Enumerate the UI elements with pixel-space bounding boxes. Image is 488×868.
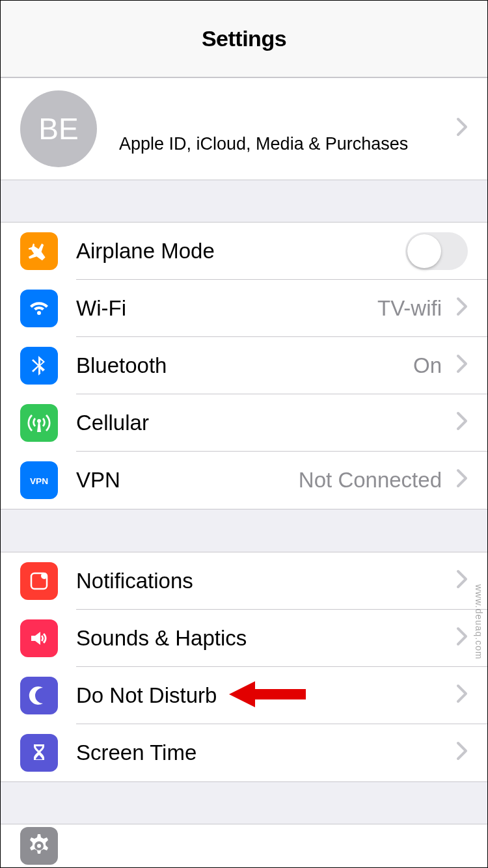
notifications-section: Notifications Sounds & Haptics Do Not Di… — [1, 552, 487, 782]
section-gap — [1, 782, 487, 824]
chevron-right-icon — [456, 117, 468, 141]
chevron-right-icon — [456, 354, 468, 377]
airplane-toggle[interactable] — [405, 232, 468, 270]
chevron-right-icon — [456, 297, 468, 320]
wifi-row[interactable]: Wi-Fi TV-wifi — [1, 280, 487, 337]
chevron-right-icon — [456, 684, 468, 707]
notifications-icon — [20, 562, 58, 600]
notifications-row[interactable]: Notifications — [1, 552, 487, 610]
airplane-mode-row[interactable]: Airplane Mode — [1, 223, 487, 280]
bluetooth-label: Bluetooth — [76, 353, 413, 378]
wifi-detail: TV-wifi — [377, 296, 442, 321]
svg-point-2 — [41, 573, 47, 579]
navbar: Settings — [1, 1, 487, 77]
chevron-right-icon — [456, 627, 468, 650]
section-gap — [1, 180, 487, 222]
chevron-right-icon — [456, 468, 468, 492]
page-title: Settings — [202, 26, 286, 51]
screen-time-row[interactable]: Screen Time — [1, 724, 487, 781]
apple-id-row[interactable]: BE Apple ID, iCloud, Media & Purchases — [1, 78, 487, 180]
dnd-label: Do Not Disturb — [76, 683, 448, 708]
airplane-label: Airplane Mode — [76, 239, 405, 264]
wifi-label: Wi-Fi — [76, 296, 377, 321]
gear-icon — [20, 827, 58, 865]
antenna-icon — [20, 404, 58, 442]
vpn-icon: VPN — [20, 461, 58, 499]
do-not-disturb-row[interactable]: Do Not Disturb — [1, 667, 487, 724]
cellular-label: Cellular — [76, 411, 448, 435]
general-row[interactable] — [1, 824, 487, 867]
vpn-detail: Not Connected — [299, 468, 442, 493]
chevron-right-icon — [456, 569, 468, 593]
hourglass-icon — [20, 734, 58, 772]
sounds-label: Sounds & Haptics — [76, 626, 448, 651]
cellular-row[interactable]: Cellular — [1, 394, 487, 452]
vpn-row[interactable]: VPN VPN Not Connected — [1, 452, 487, 509]
watermark: www.deuaq.com — [474, 584, 484, 660]
svg-text:VPN: VPN — [30, 476, 48, 486]
sounds-row[interactable]: Sounds & Haptics — [1, 610, 487, 667]
chevron-right-icon — [456, 741, 468, 765]
general-section-partial — [1, 824, 487, 867]
notifications-label: Notifications — [76, 569, 448, 593]
avatar: BE — [20, 90, 97, 167]
bluetooth-detail: On — [413, 353, 442, 378]
airplane-icon — [20, 232, 58, 270]
profile-subtitle: Apple ID, iCloud, Media & Purchases — [119, 134, 448, 154]
chevron-right-icon — [456, 411, 468, 435]
moon-icon — [20, 677, 58, 714]
profile-section: BE Apple ID, iCloud, Media & Purchases — [1, 77, 487, 180]
wifi-icon — [20, 290, 58, 327]
bluetooth-icon — [20, 347, 58, 385]
network-section: Airplane Mode Wi-Fi TV-wifi Bluetooth On — [1, 222, 487, 509]
screentime-label: Screen Time — [76, 740, 448, 765]
vpn-label: VPN — [76, 468, 299, 493]
section-gap — [1, 509, 487, 551]
bluetooth-row[interactable]: Bluetooth On — [1, 337, 487, 394]
speaker-icon — [20, 619, 58, 657]
profile-text: Apple ID, iCloud, Media & Purchases — [119, 103, 448, 154]
